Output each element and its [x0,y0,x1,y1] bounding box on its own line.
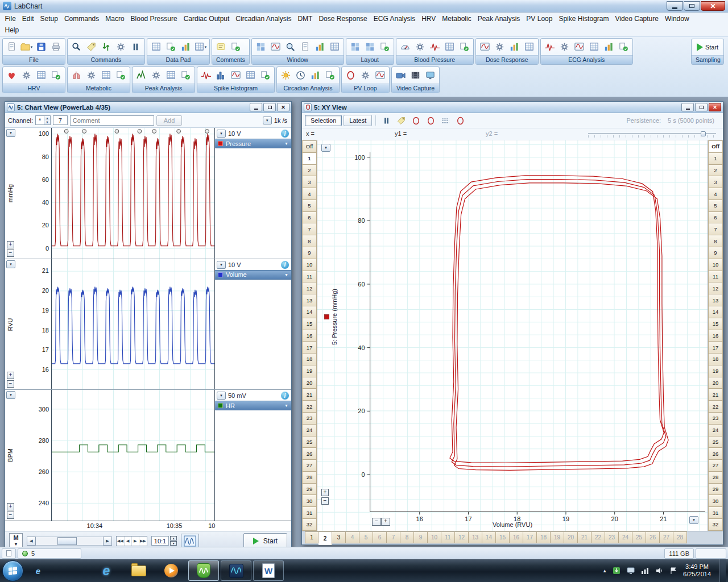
peak-enable-icon[interactable] [179,68,193,82]
peak-table-icon[interactable] [164,68,178,82]
xy-page-tab[interactable]: 9 [414,531,428,543]
hr-info-icon[interactable]: i [281,392,289,400]
video-screen-icon[interactable] [423,68,437,82]
x-channel-option[interactable]: 17 [302,342,317,354]
taskbar-clock[interactable]: 3:49 PM 6/25/2014 [683,563,711,578]
menu-item[interactable]: ECG Analysis [370,13,418,24]
find-icon[interactable] [69,40,84,54]
taskbar-word-button[interactable]: W [253,560,284,581]
comments-window-icon[interactable] [229,40,243,54]
ecg-averaging-icon[interactable] [572,40,586,54]
hr-zoom-out-button[interactable]: − [7,512,14,519]
x-channel-option[interactable]: 22 [302,401,317,413]
next-page-button[interactable]: ▶ [132,537,139,546]
open-file-icon[interactable]: ▼ [19,40,34,54]
tile-layout-icon[interactable] [348,40,362,54]
datapad-add-icon[interactable] [164,40,178,54]
y-channel-option[interactable]: 26 [708,448,723,460]
comment-input[interactable] [70,115,154,126]
x-channel-option[interactable]: 26 [302,448,317,460]
chart-restore-button[interactable] [263,103,276,111]
zoom-view-icon[interactable] [283,40,297,54]
y-channel-option[interactable]: 20 [708,377,723,389]
volume-plot[interactable] [52,259,214,390]
menu-item[interactable]: Peak Analysis [474,13,523,24]
persistence-slider[interactable] [588,132,716,138]
tray-network-icon[interactable] [640,566,650,575]
x-channel-option[interactable]: 6 [302,212,317,224]
y-channel-option[interactable]: 9 [708,247,723,259]
menu-item[interactable]: Dose Response [316,13,370,24]
y-channel-option[interactable]: 21 [708,389,723,401]
xy-page-tab[interactable]: 8 [400,531,414,543]
xy-page-tab[interactable]: 11 [441,531,455,543]
taskbar-ie-button[interactable]: e [91,560,122,581]
spike-enable-icon[interactable] [258,68,272,82]
hr-range-dropdown[interactable]: ▼ [217,392,226,400]
xy-restore-button[interactable] [695,103,708,111]
y-channel-option[interactable]: 22 [708,401,723,413]
add-comment-button[interactable]: Add [156,115,183,126]
y-channel-option[interactable]: 8 [708,235,723,247]
xy-zoom-out-button[interactable]: − [321,497,329,505]
datapad-window-icon[interactable] [328,40,342,54]
persistence-slider-thumb[interactable] [701,131,706,136]
volume-channel-header[interactable]: Volume ▼ [215,270,291,280]
video-camera-icon[interactable] [394,68,408,82]
y-channel-option[interactable]: 24 [708,425,723,436]
ecg-report-icon[interactable] [602,40,616,54]
taskbar-media-player-button[interactable] [156,560,187,581]
quick-launch-ie-icon[interactable]: e [31,564,45,577]
y-channel-option[interactable]: 25 [708,436,723,448]
y-channel-option[interactable]: Off [708,140,723,153]
y-channel-option[interactable]: 27 [708,460,723,472]
dose-table-icon[interactable] [522,40,536,54]
y-channel-option[interactable]: 30 [708,495,723,507]
y-channel-option[interactable]: 1 [708,153,723,165]
print-icon[interactable] [49,40,63,54]
hr-plot[interactable] [52,390,214,521]
volume-info-icon[interactable]: i [281,261,289,269]
volume-range-dropdown[interactable]: ▼ [217,261,226,269]
sample-rate-value[interactable]: 1k /s [274,117,287,124]
y-channel-option[interactable]: 28 [708,472,723,484]
menu-item[interactable]: Cardiac Output [180,13,233,24]
x-channel-option[interactable]: 28 [302,472,317,484]
x-channel-option[interactable]: 29 [302,484,317,496]
pressure-channel-header[interactable]: Pressure ▼ [215,139,291,148]
x-channel-option[interactable]: 2 [302,165,317,177]
maximize-button[interactable] [684,1,700,11]
tray-action-center-icon[interactable] [669,566,678,575]
x-channel-option[interactable]: Off [302,140,317,153]
xy-page-tab[interactable]: 5 [359,531,373,543]
last-page-button[interactable]: ▶▶ [139,537,147,546]
spike-histogram-icon[interactable] [214,68,228,82]
menu-item[interactable]: Video Capture [612,13,662,24]
y-channel-option[interactable]: 32 [708,519,723,531]
xy-view-icon[interactable] [313,40,327,54]
scroll-view-mode-button[interactable] [181,534,199,547]
comment-number[interactable]: 7 [53,115,68,125]
xy-page-tab[interactable]: 17 [523,531,537,543]
tray-status-icon[interactable] [612,566,621,575]
x-channel-option[interactable]: 30 [302,495,317,507]
spike-wave-icon[interactable] [199,68,213,82]
video-film-icon[interactable] [408,68,423,82]
pv-scope-icon[interactable] [373,68,387,82]
xy-zoom-in-button[interactable]: + [321,489,329,496]
show-hidden-icons-button[interactable]: ▲ [602,568,607,573]
circadian-enable-icon[interactable] [323,68,337,82]
select-icon[interactable] [84,40,98,54]
x-channel-option[interactable]: 3 [302,176,317,188]
y-channel-option[interactable]: 7 [708,223,723,235]
menu-item[interactable]: Spike Histogram [556,13,612,24]
chart-minimize-button[interactable] [250,103,262,111]
bp-enable-icon[interactable] [457,40,471,54]
loop-refresh-icon[interactable] [424,115,437,127]
xy-page-tab[interactable]: 7 [387,531,400,543]
loop-draw-icon[interactable] [409,115,423,127]
menu-item[interactable]: Circadian Analysis [233,13,295,24]
y-channel-option[interactable]: 23 [708,413,723,425]
x-channel-option[interactable]: 9 [302,247,317,259]
macro-icon[interactable] [114,40,128,54]
